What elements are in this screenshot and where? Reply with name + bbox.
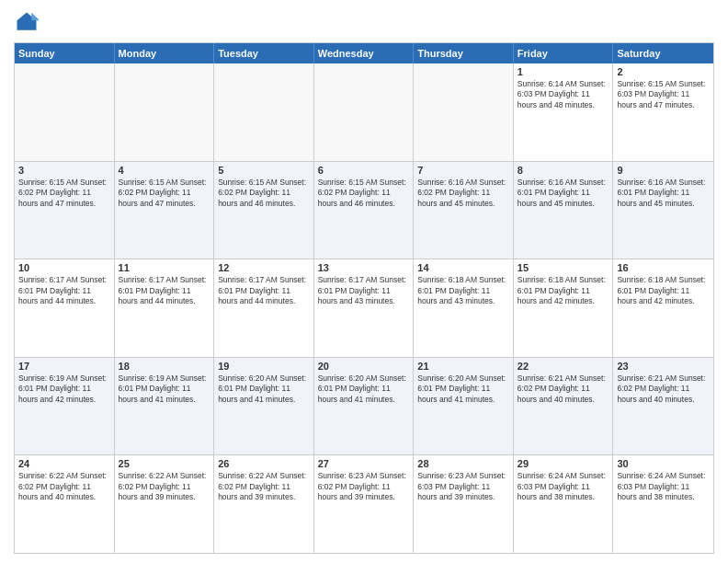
calendar-header-cell: Sunday [15,43,115,63]
day-number: 20 [318,361,410,372]
calendar-day-cell: 9Sunrise: 6:16 AM Sunset: 6:01 PM Daylig… [613,162,713,259]
day-info: Sunrise: 6:22 AM Sunset: 6:02 PM Dayligh… [119,471,210,502]
day-number: 23 [617,361,710,372]
calendar-day-cell: 12Sunrise: 6:17 AM Sunset: 6:01 PM Dayli… [214,259,314,357]
day-number: 14 [417,262,509,273]
day-number: 10 [18,262,110,273]
day-number: 18 [119,361,210,372]
day-info: Sunrise: 6:23 AM Sunset: 6:03 PM Dayligh… [417,471,509,502]
calendar-week: 10Sunrise: 6:17 AM Sunset: 6:01 PM Dayli… [15,259,713,358]
day-info: Sunrise: 6:15 AM Sunset: 6:02 PM Dayligh… [218,178,310,209]
calendar-day-cell: 26Sunrise: 6:22 AM Sunset: 6:02 PM Dayli… [214,455,314,553]
calendar-day-cell: 17Sunrise: 6:19 AM Sunset: 6:01 PM Dayli… [15,358,115,455]
calendar-day-cell [214,63,314,161]
calendar-header-cell: Saturday [613,43,713,63]
calendar: SundayMondayTuesdayWednesdayThursdayFrid… [14,42,714,554]
calendar-week: 1Sunrise: 6:14 AM Sunset: 6:03 PM Daylig… [15,63,713,162]
day-number: 11 [119,262,210,273]
day-number: 17 [18,361,110,372]
day-number: 13 [318,262,410,273]
day-info: Sunrise: 6:17 AM Sunset: 6:01 PM Dayligh… [318,275,410,306]
day-info: Sunrise: 6:16 AM Sunset: 6:02 PM Dayligh… [417,178,509,209]
day-info: Sunrise: 6:15 AM Sunset: 6:02 PM Dayligh… [318,178,410,209]
calendar-day-cell: 25Sunrise: 6:22 AM Sunset: 6:02 PM Dayli… [115,455,215,553]
calendar-day-cell: 13Sunrise: 6:17 AM Sunset: 6:01 PM Dayli… [314,259,415,357]
calendar-day-cell: 6Sunrise: 6:15 AM Sunset: 6:02 PM Daylig… [314,162,415,259]
day-number: 22 [518,361,609,372]
calendar-day-cell: 29Sunrise: 6:24 AM Sunset: 6:03 PM Dayli… [514,455,614,553]
calendar-header: SundayMondayTuesdayWednesdayThursdayFrid… [15,43,713,63]
calendar-day-cell [115,63,215,161]
day-info: Sunrise: 6:19 AM Sunset: 6:01 PM Dayligh… [18,373,110,405]
calendar-body: 1Sunrise: 6:14 AM Sunset: 6:03 PM Daylig… [15,63,713,553]
day-info: Sunrise: 6:21 AM Sunset: 6:02 PM Dayligh… [617,373,710,405]
calendar-day-cell: 30Sunrise: 6:24 AM Sunset: 6:03 PM Dayli… [613,455,713,553]
day-number: 26 [218,458,310,469]
calendar-day-cell: 5Sunrise: 6:15 AM Sunset: 6:02 PM Daylig… [214,162,314,259]
calendar-day-cell: 1Sunrise: 6:14 AM Sunset: 6:03 PM Daylig… [514,63,614,161]
day-number: 6 [318,165,410,176]
day-number: 24 [18,458,110,469]
calendar-day-cell [414,63,514,161]
day-info: Sunrise: 6:21 AM Sunset: 6:02 PM Dayligh… [518,373,609,405]
calendar-day-cell: 28Sunrise: 6:23 AM Sunset: 6:03 PM Dayli… [414,455,514,553]
calendar-day-cell: 19Sunrise: 6:20 AM Sunset: 6:01 PM Dayli… [214,358,314,455]
day-info: Sunrise: 6:24 AM Sunset: 6:03 PM Dayligh… [617,471,710,502]
day-info: Sunrise: 6:14 AM Sunset: 6:03 PM Dayligh… [518,79,609,110]
calendar-day-cell: 24Sunrise: 6:22 AM Sunset: 6:02 PM Dayli… [15,455,115,553]
day-info: Sunrise: 6:18 AM Sunset: 6:01 PM Dayligh… [617,275,710,306]
day-info: Sunrise: 6:16 AM Sunset: 6:01 PM Dayligh… [617,178,710,209]
calendar-day-cell: 14Sunrise: 6:18 AM Sunset: 6:01 PM Dayli… [414,259,514,357]
calendar-day-cell: 7Sunrise: 6:16 AM Sunset: 6:02 PM Daylig… [414,162,514,259]
calendar-day-cell: 21Sunrise: 6:20 AM Sunset: 6:01 PM Dayli… [414,358,514,455]
day-number: 1 [518,66,609,77]
calendar-week: 17Sunrise: 6:19 AM Sunset: 6:01 PM Dayli… [15,358,713,456]
calendar-header-cell: Friday [514,43,614,63]
day-number: 25 [119,458,210,469]
calendar-header-cell: Thursday [414,43,514,63]
day-number: 19 [218,361,310,372]
day-number: 27 [318,458,410,469]
day-number: 28 [417,458,509,469]
calendar-day-cell: 27Sunrise: 6:23 AM Sunset: 6:02 PM Dayli… [314,455,415,553]
day-info: Sunrise: 6:17 AM Sunset: 6:01 PM Dayligh… [18,275,110,306]
calendar-day-cell: 23Sunrise: 6:21 AM Sunset: 6:02 PM Dayli… [613,358,713,455]
day-info: Sunrise: 6:20 AM Sunset: 6:01 PM Dayligh… [218,373,310,405]
day-number: 4 [119,165,210,176]
header [14,9,714,35]
day-info: Sunrise: 6:23 AM Sunset: 6:02 PM Dayligh… [318,471,410,502]
calendar-day-cell: 3Sunrise: 6:15 AM Sunset: 6:02 PM Daylig… [15,162,115,259]
calendar-header-cell: Tuesday [214,43,314,63]
day-number: 21 [417,361,509,372]
day-number: 2 [617,66,710,77]
day-number: 9 [617,165,710,176]
day-number: 12 [218,262,310,273]
calendar-week: 24Sunrise: 6:22 AM Sunset: 6:02 PM Dayli… [15,455,713,553]
day-info: Sunrise: 6:15 AM Sunset: 6:02 PM Dayligh… [18,178,110,209]
day-info: Sunrise: 6:16 AM Sunset: 6:01 PM Dayligh… [518,178,609,209]
calendar-day-cell: 11Sunrise: 6:17 AM Sunset: 6:01 PM Dayli… [115,259,215,357]
day-info: Sunrise: 6:17 AM Sunset: 6:01 PM Dayligh… [119,275,210,306]
day-number: 5 [218,165,310,176]
page: SundayMondayTuesdayWednesdayThursdayFrid… [0,0,728,563]
day-info: Sunrise: 6:20 AM Sunset: 6:01 PM Dayligh… [417,373,509,405]
logo [14,9,43,35]
calendar-day-cell: 18Sunrise: 6:19 AM Sunset: 6:01 PM Dayli… [115,358,215,455]
calendar-day-cell: 10Sunrise: 6:17 AM Sunset: 6:01 PM Dayli… [15,259,115,357]
day-info: Sunrise: 6:18 AM Sunset: 6:01 PM Dayligh… [417,275,509,306]
day-number: 8 [518,165,609,176]
day-number: 7 [417,165,509,176]
day-info: Sunrise: 6:22 AM Sunset: 6:02 PM Dayligh… [218,471,310,502]
calendar-day-cell [15,63,115,161]
logo-icon [14,9,40,35]
calendar-header-cell: Monday [115,43,215,63]
svg-marker-1 [31,13,40,21]
day-number: 16 [617,262,710,273]
calendar-day-cell: 20Sunrise: 6:20 AM Sunset: 6:01 PM Dayli… [314,358,415,455]
day-number: 30 [617,458,710,469]
calendar-day-cell: 4Sunrise: 6:15 AM Sunset: 6:02 PM Daylig… [115,162,215,259]
day-info: Sunrise: 6:17 AM Sunset: 6:01 PM Dayligh… [218,275,310,306]
calendar-day-cell: 22Sunrise: 6:21 AM Sunset: 6:02 PM Dayli… [514,358,614,455]
day-number: 29 [518,458,609,469]
day-info: Sunrise: 6:18 AM Sunset: 6:01 PM Dayligh… [518,275,609,306]
